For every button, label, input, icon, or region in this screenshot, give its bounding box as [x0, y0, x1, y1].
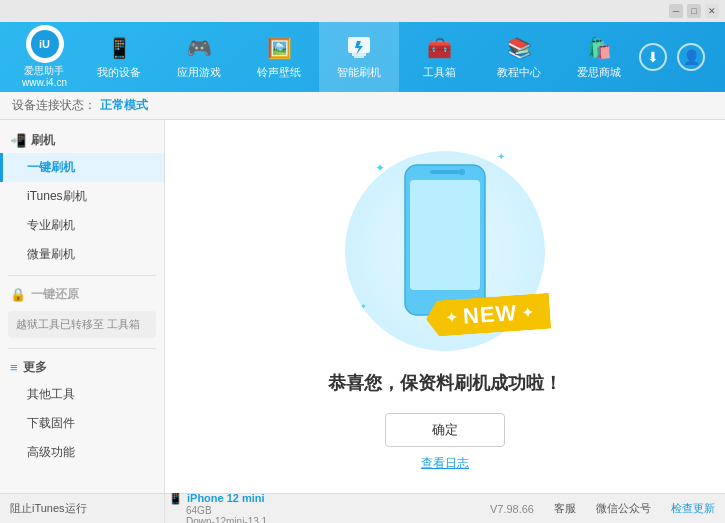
- nav-label-tutorial: 教程中心: [497, 65, 541, 80]
- badge-star-left: ✦: [445, 309, 459, 326]
- footer-wechat[interactable]: 微信公众号: [596, 501, 651, 516]
- confirm-button[interactable]: 确定: [385, 413, 505, 447]
- logo-inner: iU: [31, 30, 59, 58]
- footer-service[interactable]: 客服: [554, 501, 576, 516]
- header: iU 爱思助手 www.i4.cn 📱 我的设备 🎮 应用游戏 🖼️ 铃声壁纸: [0, 22, 725, 92]
- nav-item-tutorial[interactable]: 📚 教程中心: [479, 22, 559, 92]
- sidebar-item-other-tools[interactable]: 其他工具: [0, 380, 164, 409]
- sidebar-item-pro-flash[interactable]: 专业刷机: [0, 211, 164, 240]
- logo-area[interactable]: iU 爱思助手 www.i4.cn: [10, 25, 79, 89]
- nav-item-smart-flash[interactable]: 智能刷机: [319, 22, 399, 92]
- store-icon: 🛍️: [583, 34, 615, 62]
- nav-label-store: 爱思商城: [577, 65, 621, 80]
- success-illustration: ✦ ✦ ✦ ✦: [335, 141, 555, 361]
- nav-label-toolbox: 工具箱: [423, 65, 456, 80]
- sidebar-divider-1: [8, 275, 156, 276]
- download-btn[interactable]: ⬇: [639, 43, 667, 71]
- device-name: iPhone 12 mini: [187, 492, 265, 504]
- more-section-icon: ≡: [10, 360, 18, 375]
- new-badge: ✦ NEW ✦: [425, 293, 552, 338]
- more-section-label: 更多: [23, 359, 47, 376]
- sidebar-item-itunes-flash[interactable]: iTunes刷机: [0, 182, 164, 211]
- device-info-area: 📱 iPhone 12 mini 64GB Down-12mini-13,1: [168, 491, 267, 524]
- stop-itunes-btn[interactable]: 阻止iTunes运行: [10, 501, 87, 516]
- sidebar-item-onekey-flash[interactable]: 一键刷机: [0, 153, 164, 182]
- nav-label-my-device: 我的设备: [97, 65, 141, 80]
- sidebar-item-micro-flash[interactable]: 微量刷机: [0, 240, 164, 269]
- nav-item-wallpaper[interactable]: 🖼️ 铃声壁纸: [239, 22, 319, 92]
- device-storage: 64GB: [186, 505, 267, 516]
- success-text: 恭喜您，保资料刷机成功啦！: [328, 371, 562, 395]
- svg-rect-6: [430, 170, 460, 174]
- footer-update[interactable]: 检查更新: [671, 501, 715, 516]
- main: 📲 刷机 一键刷机 iTunes刷机 专业刷机 微量刷机 🔒 一键还原 越狱工具…: [0, 120, 725, 493]
- nav-label-smart-flash: 智能刷机: [337, 65, 381, 80]
- apps-icon: 🎮: [183, 34, 215, 62]
- status-label: 设备连接状态：: [12, 97, 96, 114]
- stop-itunes-bar: 阻止iTunes运行: [0, 493, 165, 523]
- status-value: 正常模式: [100, 97, 148, 114]
- tutorial-icon: 📚: [503, 34, 535, 62]
- sidebar-item-advanced[interactable]: 高级功能: [0, 438, 164, 467]
- logo-circle: iU: [26, 25, 64, 63]
- flash-icon: [343, 34, 375, 62]
- nav-item-toolbox[interactable]: 🧰 工具箱: [399, 22, 479, 92]
- new-text: NEW: [462, 300, 518, 330]
- sidebar-item-download-firmware[interactable]: 下载固件: [0, 409, 164, 438]
- nav-items: 📱 我的设备 🎮 应用游戏 🖼️ 铃声壁纸 智能刷机 🧰 工具箱: [79, 22, 639, 92]
- svg-rect-2: [354, 56, 364, 58]
- new-badge-wrapper: ✦ NEW ✦: [425, 293, 552, 338]
- maximize-btn[interactable]: □: [687, 4, 701, 18]
- nav-label-wallpaper: 铃声壁纸: [257, 65, 301, 80]
- nav-label-apps: 应用游戏: [177, 65, 221, 80]
- sidebar-notice-text: 越狱工具已转移至 工具箱: [16, 317, 148, 332]
- device-icon: 📱: [103, 34, 135, 62]
- svg-rect-1: [352, 53, 366, 56]
- lock-icon: 🔒: [10, 287, 26, 302]
- sidebar-section-flash: 📲 刷机: [0, 128, 164, 153]
- view-log-link[interactable]: 查看日志: [421, 455, 469, 472]
- flash-section-icon: 📲: [10, 133, 26, 148]
- minimize-btn[interactable]: ─: [669, 4, 683, 18]
- logo-text: 爱思助手 www.i4.cn: [22, 65, 67, 89]
- nav-item-store[interactable]: 🛍️ 爱思商城: [559, 22, 639, 92]
- sidebar-notice-box: 越狱工具已转移至 工具箱: [8, 311, 156, 338]
- flash-section-label: 刷机: [31, 132, 55, 149]
- sparkle-2: ✦: [497, 151, 505, 162]
- header-right: ⬇ 👤: [639, 43, 715, 71]
- restore-section-label: 一键还原: [31, 286, 79, 303]
- sidebar-section-restore: 🔒 一键还原: [0, 282, 164, 307]
- svg-point-7: [459, 169, 465, 175]
- wallpaper-icon: 🖼️: [263, 34, 295, 62]
- account-btn[interactable]: 👤: [677, 43, 705, 71]
- title-bar: ─ □ ✕: [0, 0, 725, 22]
- footer-right: V7.98.66 客服 微信公众号 检查更新: [490, 501, 715, 516]
- content-area: ✦ ✦ ✦ ✦: [165, 120, 725, 493]
- svg-rect-4: [410, 180, 480, 290]
- sidebar-section-more: ≡ 更多: [0, 355, 164, 380]
- nav-item-my-device[interactable]: 📱 我的设备: [79, 22, 159, 92]
- badge-star-right: ✦: [520, 304, 534, 321]
- nav-item-apps-games[interactable]: 🎮 应用游戏: [159, 22, 239, 92]
- sidebar: 📲 刷机 一键刷机 iTunes刷机 专业刷机 微量刷机 🔒 一键还原 越狱工具…: [0, 120, 165, 493]
- device-firmware: Down-12mini-13,1: [186, 516, 267, 524]
- status-bar: 设备连接状态： 正常模式: [0, 92, 725, 120]
- close-btn[interactable]: ✕: [705, 4, 719, 18]
- footer-version: V7.98.66: [490, 503, 534, 515]
- sidebar-divider-2: [8, 348, 156, 349]
- toolbox-icon: 🧰: [423, 34, 455, 62]
